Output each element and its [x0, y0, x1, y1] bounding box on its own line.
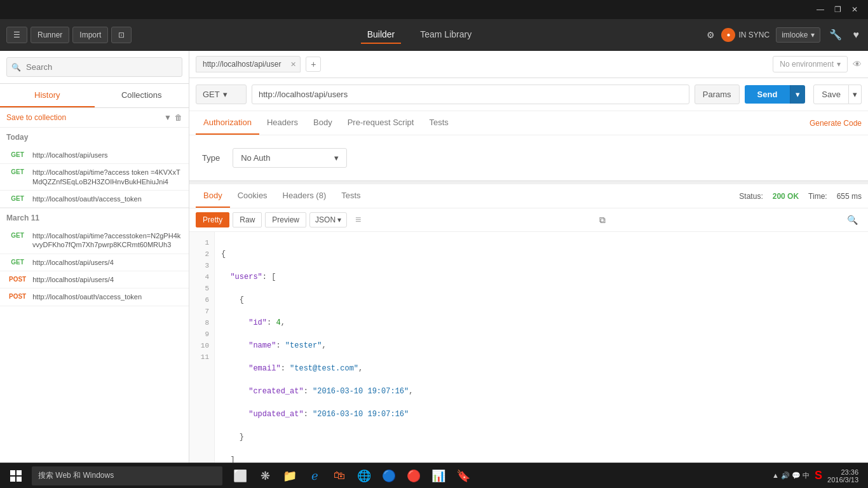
sidebar-toggle-button[interactable]: ☰ — [6, 27, 27, 43]
main-layout: 🔍 History Collections Save to collection… — [0, 51, 868, 488]
pre-request-script-tab[interactable]: Pre-request Script — [340, 111, 422, 135]
body-tab[interactable]: Body — [306, 111, 340, 135]
collections-tab[interactable]: Collections — [95, 84, 189, 107]
wrench-button[interactable]: 🔧 — [827, 26, 844, 43]
response-panel: Body Cookies Headers (8) Tests Status: 2… — [189, 184, 868, 488]
response-body-tab[interactable]: Body — [196, 184, 230, 208]
auth-type-chevron-icon: ▾ — [334, 153, 339, 163]
method-selector[interactable]: GET ▾ — [196, 85, 247, 104]
copy-button[interactable]: ⧉ — [595, 213, 609, 227]
history-tab[interactable]: History — [0, 84, 95, 107]
runner-button[interactable]: Runner — [31, 27, 69, 43]
request-url-input[interactable] — [252, 85, 689, 104]
taskbar-icon-1[interactable]: ⬜ — [229, 464, 252, 487]
generate-code-button[interactable]: Generate Code — [810, 119, 862, 128]
minimize-button[interactable]: — — [811, 3, 829, 17]
format-chevron-icon: ▾ — [337, 215, 341, 224]
align-icon[interactable]: ≡ — [355, 214, 361, 226]
history-item[interactable]: GET http://localhost/api/users — [0, 147, 189, 164]
search-response-button[interactable]: 🔍 — [843, 213, 862, 227]
user-menu-button[interactable]: imlooke ▾ — [776, 27, 820, 43]
history-url: http://localhost/api/time?accesstoken=N2… — [32, 231, 182, 250]
code-line: { — [221, 294, 862, 306]
raw-button[interactable]: Raw — [233, 212, 262, 227]
taskbar-right: ▲ 🔊 💬 中 S 23:36 2016/3/13 — [772, 468, 865, 484]
runner-label: Runner — [37, 30, 62, 39]
params-button[interactable]: Params — [695, 85, 740, 104]
team-library-tab[interactable]: Team Library — [414, 26, 478, 44]
url-bar: http://localhost/api/user ✕ + No environ… — [189, 51, 868, 78]
history-item[interactable]: GET http://localhost/api/time?access tok… — [0, 164, 189, 191]
maximize-button[interactable]: ❐ — [829, 3, 846, 17]
heart-button[interactable]: ♥ — [851, 27, 862, 43]
request-row: GET ▾ Params Send ▾ Save ▾ — [189, 78, 868, 111]
taskbar-icon-8[interactable]: 🔴 — [402, 464, 425, 487]
taskbar-icon-2[interactable]: ❋ — [254, 464, 276, 487]
svg-rect-2 — [10, 477, 15, 482]
save-to-collection-button[interactable]: Save to collection — [6, 113, 66, 122]
response-tabs: Body Cookies Headers (8) Tests Status: 2… — [189, 184, 868, 208]
history-item[interactable]: POST http://localhost/api/users/4 — [0, 271, 189, 288]
method-badge: GET — [6, 151, 29, 159]
environment-selector[interactable]: No environment ▾ — [773, 56, 848, 72]
taskbar-date-value: 2016/3/13 — [827, 476, 858, 484]
method-badge: POST — [6, 292, 29, 301]
builder-tab-label: Builder — [367, 29, 395, 39]
url-tab[interactable]: http://localhost/api/user ✕ — [196, 56, 301, 72]
history-url: http://localhost/oauth/access_token — [32, 194, 142, 203]
save-button[interactable]: Save — [813, 85, 849, 104]
taskbar-icons: ⬜ ❋ 📁 ℯ 🛍 🌐 🔵 🔴 📊 🔖 — [229, 464, 475, 487]
line-numbers: 1 2 3 4 5 6 7 8 9 10 11 — [189, 232, 215, 488]
preview-button[interactable]: Preview — [265, 212, 306, 227]
auth-type-selector[interactable]: No Auth ▾ — [233, 148, 347, 168]
send-dropdown-button[interactable]: ▾ — [790, 85, 805, 104]
format-type-label: JSON — [315, 215, 336, 224]
headers-tab[interactable]: Headers — [259, 111, 306, 135]
new-tab-button[interactable]: ⊡ — [111, 27, 132, 43]
response-headers-tab[interactable]: Headers (8) — [275, 184, 334, 208]
taskbar: 搜索 Web 和 Windows ⬜ ❋ 📁 ℯ 🛍 🌐 🔵 🔴 📊 🔖 ▲ 🔊… — [0, 463, 868, 488]
taskbar-icon-7[interactable]: 🔵 — [377, 464, 400, 487]
sync-status[interactable]: ● IN SYNC — [721, 28, 770, 42]
history-url: http://localhost/oauth/access_token — [32, 292, 142, 301]
history-item[interactable]: POST http://localhost/oauth/access_token — [0, 288, 189, 306]
method-badge: GET — [6, 231, 29, 240]
delete-icon[interactable]: 🗑 — [175, 113, 182, 122]
taskbar-search-label: 搜索 Web 和 Windows — [38, 470, 114, 481]
close-tab-icon[interactable]: ✕ — [290, 60, 296, 69]
add-tab-button[interactable]: + — [306, 57, 321, 72]
response-cookies-tab[interactable]: Cookies — [230, 184, 275, 208]
close-button[interactable]: ✕ — [846, 3, 863, 17]
taskbar-icon-5[interactable]: 🛍 — [328, 464, 351, 487]
authorization-tab[interactable]: Authorization — [196, 111, 259, 135]
search-input[interactable] — [6, 57, 182, 77]
auth-type-value: No Auth — [241, 153, 270, 163]
auth-type-label: Type — [202, 153, 220, 163]
taskbar-search[interactable]: 搜索 Web 和 Windows — [32, 466, 222, 485]
code-line: "created_at": "2016-03-10 19:07:16", — [221, 386, 862, 397]
history-item[interactable]: GET http://localhost/api/users/4 — [0, 254, 189, 271]
taskbar-icon-6[interactable]: 🌐 — [353, 464, 376, 487]
taskbar-icon-3[interactable]: 📁 — [278, 464, 301, 487]
sidebar-icon: ☰ — [13, 30, 20, 39]
history-item[interactable]: GET http://localhost/oauth/access_token — [0, 191, 189, 208]
taskbar-icon-4[interactable]: ℯ — [303, 464, 326, 487]
history-item[interactable]: GET http://localhost/api/time?accesstoke… — [0, 227, 189, 254]
pretty-button[interactable]: Pretty — [196, 212, 229, 227]
taskbar-icon-9[interactable]: 📊 — [427, 464, 450, 487]
send-button[interactable]: Send — [745, 85, 790, 104]
tests-tab[interactable]: Tests — [421, 111, 456, 135]
save-dropdown-button[interactable]: ▾ — [849, 85, 862, 104]
builder-tab[interactable]: Builder — [361, 26, 402, 44]
response-tests-tab[interactable]: Tests — [334, 184, 368, 208]
taskbar-icon-10[interactable]: 🔖 — [452, 464, 475, 487]
filter-icon[interactable]: ▼ — [164, 113, 172, 122]
method-badge: GET — [6, 168, 29, 176]
import-button[interactable]: Import — [72, 27, 108, 43]
sidebar-tabs: History Collections — [0, 84, 189, 108]
env-eye-button[interactable]: 👁 — [853, 59, 862, 69]
start-button[interactable] — [3, 463, 29, 489]
history-url: http://localhost/api/users — [32, 151, 108, 159]
format-type-selector[interactable]: JSON ▾ — [309, 212, 347, 227]
sync-button[interactable]: ⚙ — [707, 30, 715, 40]
